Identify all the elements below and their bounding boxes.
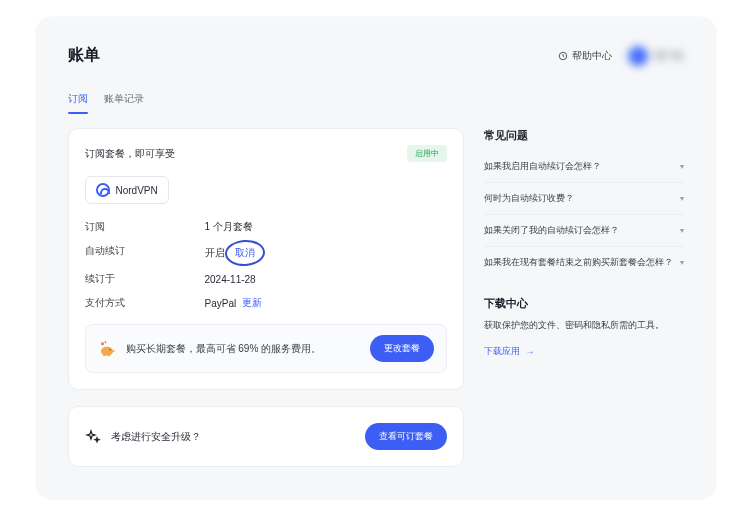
- faq-section: 常见问题 如果我启用自动续订会怎样？ ▾ 何时为自动续订收费？ ▾ 如果关闭了我…: [484, 128, 684, 278]
- help-center-link[interactable]: 帮助中心: [558, 49, 612, 63]
- product-name: NordVPN: [116, 185, 158, 196]
- svg-rect-6: [108, 354, 110, 356]
- view-plans-button[interactable]: 查看可订套餐: [365, 423, 447, 450]
- faq-title: 常见问题: [484, 128, 684, 143]
- faq-question: 如果我在现有套餐结束之前购买新套餐会怎样？: [484, 256, 673, 269]
- svg-point-3: [101, 346, 113, 355]
- chevron-down-icon: ▾: [680, 194, 684, 203]
- payment-method-label: 支付方式: [85, 296, 205, 310]
- row-renews-at: 续订于 2024-11-28: [85, 272, 447, 286]
- tab-billing-history[interactable]: 账单记录: [104, 86, 144, 112]
- subscription-card: 订阅套餐，即可享受 启用中 NordVPN 订阅 1 个月套餐 自动续订: [68, 128, 464, 390]
- upgrade-card: 考虑进行安全升级？ 查看可订套餐: [68, 406, 464, 467]
- svg-point-2: [104, 341, 106, 343]
- faq-question: 如果我启用自动续订会怎样？: [484, 160, 601, 173]
- faq-item[interactable]: 如果关闭了我的自动续订会怎样？ ▾: [484, 215, 684, 247]
- faq-question: 何时为自动续订收费？: [484, 192, 574, 205]
- row-auto-renew: 自动续订 开启 取消: [85, 244, 447, 262]
- row-payment-method: 支付方式 PayPal 更新: [85, 296, 447, 310]
- download-apps-link[interactable]: 下载应用 →: [484, 345, 535, 358]
- faq-item[interactable]: 如果我启用自动续订会怎样？ ▾: [484, 151, 684, 183]
- tabs: 订阅 账单记录: [68, 86, 684, 112]
- clock-icon: [558, 51, 568, 61]
- update-payment-link[interactable]: 更新: [242, 296, 262, 310]
- svg-point-1: [101, 342, 104, 345]
- download-apps-label: 下载应用: [484, 345, 520, 358]
- svg-point-4: [109, 349, 111, 351]
- renews-at-label: 续订于: [85, 272, 205, 286]
- piggy-bank-icon: [98, 340, 116, 358]
- status-badge: 启用中: [407, 145, 447, 162]
- subscription-value: 1 个月套餐: [205, 220, 253, 234]
- faq-question: 如果关闭了我的自动续订会怎样？: [484, 224, 619, 237]
- tab-subscription[interactable]: 订阅: [68, 86, 88, 112]
- payment-method-value: PayPal: [205, 298, 237, 309]
- svg-rect-5: [103, 354, 105, 356]
- cancel-auto-renew-link[interactable]: 取消: [231, 244, 259, 262]
- chevron-down-icon: ▾: [680, 226, 684, 235]
- subscription-label: 订阅: [85, 220, 205, 234]
- change-plan-button[interactable]: 更改套餐: [370, 335, 434, 362]
- nordvpn-icon: [96, 183, 110, 197]
- subscription-heading: 订阅套餐，即可享受: [85, 147, 175, 161]
- arrow-right-icon: →: [526, 347, 535, 357]
- promo-text: 购买长期套餐，最高可省 69% 的服务费用。: [126, 342, 360, 356]
- chevron-down-icon: ▾: [680, 258, 684, 267]
- row-subscription: 订阅 1 个月套餐: [85, 220, 447, 234]
- chevron-down-icon: ▾: [680, 162, 684, 171]
- faq-item[interactable]: 如果我在现有套餐结束之前购买新套餐会怎样？ ▾: [484, 247, 684, 278]
- auto-renew-value: 开启: [205, 246, 225, 260]
- renews-at-value: 2024-11-28: [205, 272, 256, 286]
- user-name-label: 用户名: [654, 49, 684, 63]
- header: 账单 帮助中心 用户名: [68, 45, 684, 66]
- product-chip: NordVPN: [85, 176, 169, 204]
- downloads-desc: 获取保护您的文件、密码和隐私所需的工具。: [484, 319, 684, 332]
- auto-renew-label: 自动续订: [85, 244, 205, 262]
- page-title: 账单: [68, 45, 100, 66]
- avatar: [628, 46, 648, 66]
- faq-item[interactable]: 何时为自动续订收费？ ▾: [484, 183, 684, 215]
- user-menu[interactable]: 用户名: [628, 46, 684, 66]
- promo-banner: 购买长期套餐，最高可省 69% 的服务费用。 更改套餐: [85, 324, 447, 373]
- upgrade-text: 考虑进行安全升级？: [111, 430, 355, 444]
- downloads-section: 下载中心 获取保护您的文件、密码和隐私所需的工具。 下载应用 →: [484, 296, 684, 358]
- downloads-title: 下载中心: [484, 296, 684, 311]
- sparkle-icon: [85, 429, 101, 445]
- help-center-label: 帮助中心: [572, 49, 612, 63]
